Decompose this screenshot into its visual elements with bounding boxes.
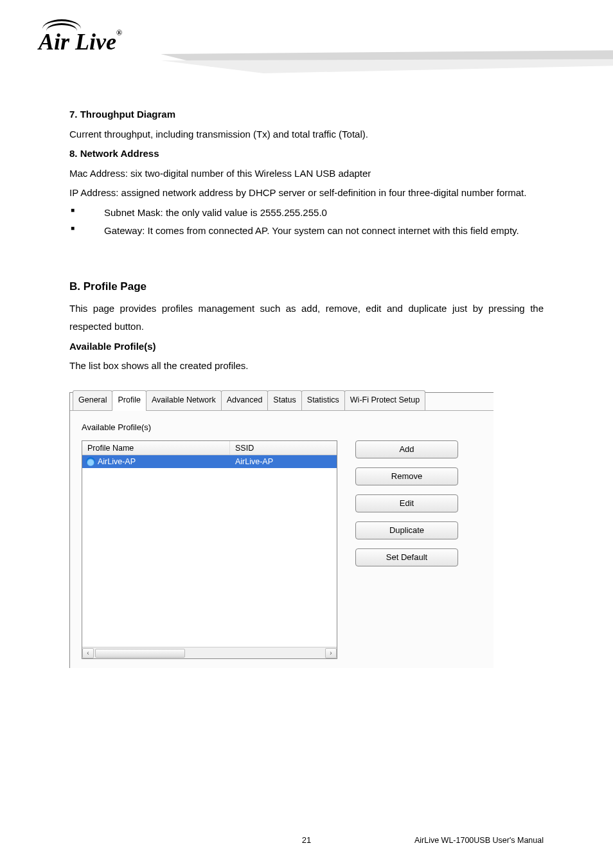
profile-buttons: Add Remove Edit Duplicate Set Default: [355, 440, 458, 659]
tab-profile[interactable]: Profile: [112, 390, 146, 411]
header-swoosh: [161, 50, 613, 82]
page-header: Air Live®: [0, 0, 613, 90]
tab-bar: General Profile Available Network Advanc…: [70, 393, 493, 411]
profile-dialog: General Profile Available Network Advanc…: [69, 392, 493, 669]
airlive-logo: Air Live®: [39, 19, 122, 55]
duplicate-button[interactable]: Duplicate: [355, 521, 458, 539]
list-body: AirLive-AP AirLive-AP: [82, 455, 337, 647]
text-throughput-body: Current throughput, including transmissi…: [69, 125, 544, 144]
logo-text: Air Live: [39, 29, 116, 55]
col-profile-name[interactable]: Profile Name: [82, 441, 230, 455]
text-profile-body: This page provides profiles management s…: [69, 300, 544, 336]
scroll-left-arrow-icon[interactable]: ‹: [82, 648, 94, 658]
profile-panel: Available Profile(s) Profile Name SSID A…: [70, 411, 493, 669]
horizontal-scrollbar[interactable]: ‹ ›: [82, 647, 337, 658]
tab-available-network[interactable]: Available Network: [146, 390, 222, 410]
text-available-profiles-body: The list box shows all the created profi…: [69, 357, 544, 375]
tab-statistics[interactable]: Statistics: [301, 390, 345, 410]
profile-area: Profile Name SSID AirLive-AP AirLive-AP: [82, 440, 484, 659]
text-mac-address: Mac Address: six two-digital number of t…: [69, 165, 544, 183]
cell-ssid: AirLive-AP: [230, 455, 337, 468]
add-button[interactable]: Add: [355, 440, 458, 458]
svg-marker-1: [161, 59, 613, 73]
tab-status[interactable]: Status: [267, 390, 301, 410]
page-content: 7. Throughput Diagram Current throughput…: [0, 90, 613, 668]
heading-profile-page: B. Profile Page: [69, 276, 544, 297]
text-ip-address: IP Address: assigned network address by …: [69, 184, 544, 203]
cell-profile-name: AirLive-AP: [82, 455, 230, 468]
tab-wps[interactable]: Wi-Fi Protect Setup: [344, 390, 425, 410]
heading-network-address: 8. Network Address: [69, 145, 544, 163]
scroll-right-arrow-icon[interactable]: ›: [325, 648, 337, 658]
profile-listbox[interactable]: Profile Name SSID AirLive-AP AirLive-AP: [82, 440, 337, 659]
remove-button[interactable]: Remove: [355, 467, 458, 485]
tab-general[interactable]: General: [73, 390, 112, 410]
col-ssid[interactable]: SSID: [230, 441, 337, 455]
cell-profile-name-text: AirLive-AP: [98, 455, 136, 468]
heading-throughput: 7. Throughput Diagram: [69, 105, 544, 124]
tab-advanced[interactable]: Advanced: [221, 390, 269, 410]
network-bullets: Subnet Mask: the only valid value is 255…: [69, 204, 544, 240]
footer-manual-title: AirLive WL-1700USB User's Manual: [414, 836, 544, 845]
logo-arc-icon: [42, 19, 81, 30]
panel-label: Available Profile(s): [82, 420, 484, 436]
logo-registered: ®: [116, 28, 122, 37]
wifi-icon: [86, 457, 95, 466]
heading-available-profiles: Available Profile(s): [69, 338, 544, 356]
bullet-subnet: Subnet Mask: the only valid value is 255…: [69, 204, 544, 222]
set-default-button[interactable]: Set Default: [355, 548, 458, 566]
list-header: Profile Name SSID: [82, 441, 337, 455]
scroll-thumb[interactable]: [95, 649, 185, 658]
edit-button[interactable]: Edit: [355, 494, 458, 512]
list-row[interactable]: AirLive-AP AirLive-AP: [82, 455, 337, 468]
bullet-gateway: Gateway: It comes from connected AP. You…: [69, 222, 544, 240]
